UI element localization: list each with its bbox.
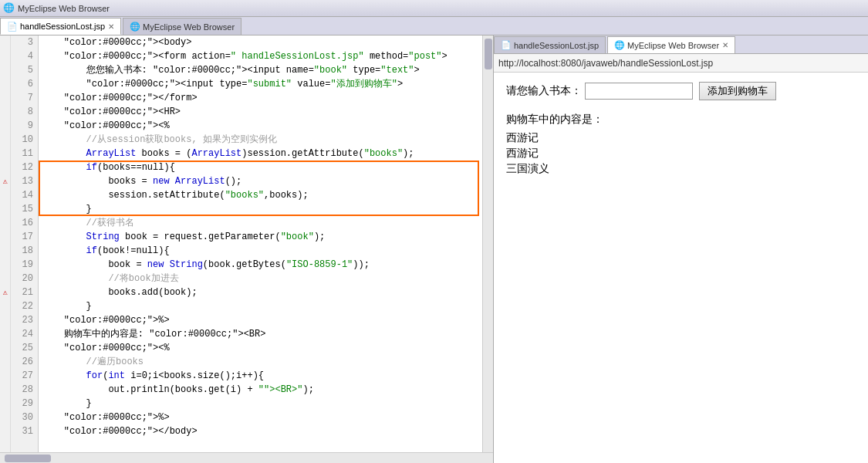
editor-tab-label: handleSessionLost.jsp [20,22,105,31]
gutter-mark [0,327,10,341]
line-number: 19 [15,258,33,272]
code-line: books = new ArrayList(); [42,174,479,188]
code-line: if(book!=null){ [42,244,479,258]
browser-tab-label: MyEclipse Web Browser [143,22,235,32]
code-panel: ⚠⚠ 3456789101112131415161718192021222324… [0,35,494,463]
gutter-mark [0,341,10,355]
line-number: 3 [15,35,33,49]
line-number: 5 [15,63,33,77]
gutter-mark [0,411,10,424]
line-number: 18 [15,244,33,258]
gutter-mark [0,369,10,383]
line-number: 29 [15,397,33,411]
gutter-mark [0,119,10,133]
code-line: } [42,299,479,313]
code-line: books.add(book); [42,286,479,299]
code-line: out.println(books.get(i) + ""><BR>"); [42,383,479,397]
line-number: 17 [15,230,33,244]
line-number: 13 [15,174,33,188]
code-line: "color:#0000cc;"></form> [42,91,479,105]
book-input[interactable] [585,83,693,100]
cart-title: 购物车中的内容是： [506,113,856,127]
code-line: "color:#0000cc;">%> [42,411,479,424]
gutter-mark [0,105,10,119]
gutter-mark [0,216,10,230]
line-number: 7 [15,91,33,105]
gutter-mark: ⚠ [0,286,10,299]
line-number: 22 [15,299,33,313]
code-line: } [42,202,479,216]
browser-tab-jsp[interactable]: 📄 handleSessionLost.jsp [494,36,606,53]
code-line: "color:#0000cc;"><% [42,341,479,355]
gutter-mark [0,49,10,63]
browser-panel: 📄 handleSessionLost.jsp 🌐 MyEclipse Web … [494,35,868,463]
editor-tab-bar: 📄 handleSessionLost.jsp ✕ 🌐 MyEclipse We… [0,17,868,35]
browser-tab2-label: MyEclipse Web Browser [627,41,719,50]
cart-item: 三国演义 [506,162,856,176]
title-bar-text: MyEclipse Web Browser [18,4,110,13]
line-number: 4 [15,49,33,63]
line-number: 23 [15,313,33,327]
line-number: 20 [15,272,33,286]
gutter-mark [0,91,10,105]
code-line: "color:#0000cc;"><form action=" handleSe… [42,49,479,63]
editor-tab-browser[interactable]: 🌐 MyEclipse Web Browser [123,18,241,35]
code-line: //获得书名 [42,216,479,230]
horizontal-scrollbar[interactable] [0,452,493,463]
vertical-scrollbar[interactable] [482,35,493,452]
gutter-mark [0,424,10,438]
code-line: "color:#0000cc;"><% [42,119,479,133]
cart-content: 购物车中的内容是： 西游记西游记三国演义 [506,113,856,176]
gutter-mark: ⚠ [0,174,10,188]
main-area: ⚠⚠ 3456789101112131415161718192021222324… [0,35,868,463]
gutter-mark [0,397,10,411]
browser-tab2-close[interactable]: ✕ [722,41,728,49]
browser-tab-main[interactable]: 🌐 MyEclipse Web Browser ✕ [607,36,735,53]
gutter-mark [0,77,10,91]
code-line: session.setAttribute("books",books); [42,188,479,202]
line-number: 30 [15,411,33,424]
title-bar-icon: 🌐 [3,2,15,14]
line-number: 21 [15,286,33,299]
line-number: 26 [15,355,33,369]
cart-item: 西游记 [506,131,856,145]
browser-tab1-label: handleSessionLost.jsp [514,41,599,50]
line-number: 10 [15,133,33,147]
gutter-mark [0,299,10,313]
gutter-mark [0,63,10,77]
code-line: } [42,397,479,411]
gutter-mark [0,230,10,244]
add-to-cart-button[interactable]: 添加到购物车 [699,82,776,100]
browser-tab-bar: 📄 handleSessionLost.jsp 🌐 MyEclipse Web … [494,35,868,54]
line-number: 8 [15,105,33,119]
h-scroll-thumb[interactable] [5,455,51,462]
gutter-mark [0,35,10,49]
gutter-mark [0,244,10,258]
gutter: ⚠⚠ [0,35,11,452]
code-line: 您您输入书本: "color:#0000cc;"><input name="bo… [42,63,479,77]
browser-address-bar: http://localhost:8080/javaweb/handleSess… [494,54,868,73]
code-line: if(books==null){ [42,161,479,174]
line-number: 9 [15,119,33,133]
gutter-mark [0,272,10,286]
code-line: "color:#0000cc;">%> [42,313,479,327]
code-content: ⚠⚠ 3456789101112131415161718192021222324… [0,35,493,452]
browser-jsp-icon: 📄 [501,40,512,50]
editor-tab-close[interactable]: ✕ [108,22,114,31]
code-lines[interactable]: "color:#0000cc;"><body> "color:#0000cc;"… [39,35,482,452]
line-number: 27 [15,369,33,383]
code-line: //从session获取books, 如果为空则实例化 [42,133,479,147]
browser-main-icon: 🌐 [614,40,625,50]
title-bar: 🌐 MyEclipse Web Browser [0,0,868,17]
cart-items-list: 西游记西游记三国演义 [506,131,856,176]
code-line: book = new String(book.getBytes("ISO-885… [42,258,479,272]
line-number: 12 [15,161,33,174]
line-number: 28 [15,383,33,397]
jsp-icon: 📄 [7,22,18,32]
editor-tab-jsp[interactable]: 📄 handleSessionLost.jsp ✕ [0,18,121,35]
gutter-mark [0,383,10,397]
line-number: 24 [15,327,33,341]
gutter-mark [0,133,10,147]
scroll-thumb[interactable] [485,39,492,69]
line-number: 16 [15,216,33,230]
